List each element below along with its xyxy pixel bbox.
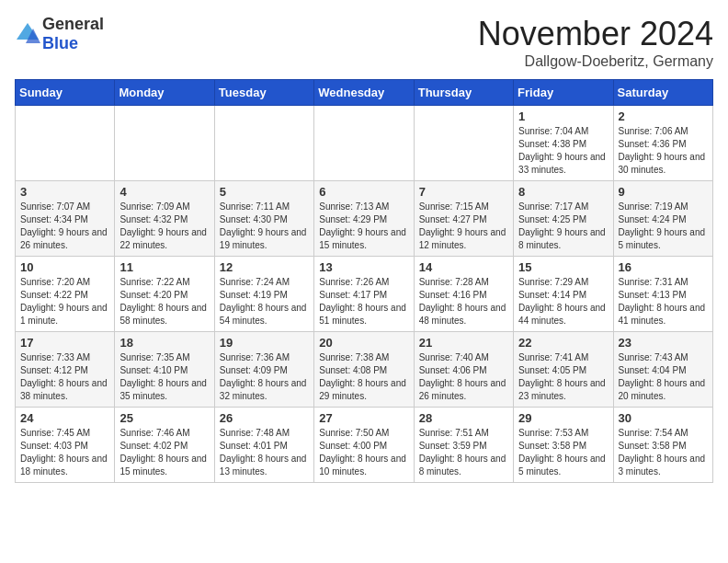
day-number: 15 [518,260,608,274]
day-number: 11 [119,260,209,274]
week-row-4: 17Sunrise: 7:33 AM Sunset: 4:12 PM Dayli… [16,332,713,408]
day-number: 25 [119,411,209,425]
day-info: Sunrise: 7:06 AM Sunset: 4:36 PM Dayligh… [619,125,708,177]
calendar-cell: 29Sunrise: 7:53 AM Sunset: 3:58 PM Dayli… [514,408,613,483]
day-number: 12 [220,260,309,274]
weekday-header-sunday: Sunday [16,80,115,106]
calendar-cell: 6Sunrise: 7:13 AM Sunset: 4:29 PM Daylig… [314,181,414,257]
day-number: 1 [518,109,608,123]
day-number: 16 [619,260,708,274]
calendar-cell: 20Sunrise: 7:38 AM Sunset: 4:08 PM Dayli… [314,332,414,408]
day-number: 5 [220,185,309,199]
location: Dallgow-Doeberitz, Germany [478,53,713,70]
logo-icon [15,21,40,47]
calendar-cell: 4Sunrise: 7:09 AM Sunset: 4:32 PM Daylig… [115,181,214,257]
calendar-cell [314,106,414,181]
calendar-cell: 19Sunrise: 7:36 AM Sunset: 4:09 PM Dayli… [214,332,313,408]
day-number: 30 [619,411,708,425]
day-number: 3 [20,185,109,199]
day-number: 10 [20,260,109,274]
day-info: Sunrise: 7:45 AM Sunset: 4:03 PM Dayligh… [20,427,109,478]
calendar-cell: 17Sunrise: 7:33 AM Sunset: 4:12 PM Dayli… [16,332,115,408]
calendar-cell: 5Sunrise: 7:11 AM Sunset: 4:30 PM Daylig… [214,181,313,257]
calendar-cell [214,106,313,181]
day-number: 24 [20,411,109,425]
day-info: Sunrise: 7:09 AM Sunset: 4:32 PM Dayligh… [119,201,209,252]
weekday-header-saturday: Saturday [613,80,712,106]
calendar-cell: 1Sunrise: 7:04 AM Sunset: 4:38 PM Daylig… [514,106,613,181]
week-row-1: 1Sunrise: 7:04 AM Sunset: 4:38 PM Daylig… [16,106,713,181]
day-number: 7 [419,185,508,199]
calendar-cell: 13Sunrise: 7:26 AM Sunset: 4:17 PM Dayli… [314,257,414,332]
day-number: 26 [220,411,309,425]
calendar-cell: 10Sunrise: 7:20 AM Sunset: 4:22 PM Dayli… [16,257,115,332]
calendar-table: SundayMondayTuesdayWednesdayThursdayFrid… [15,79,713,483]
calendar-cell: 27Sunrise: 7:50 AM Sunset: 4:00 PM Dayli… [314,408,414,483]
day-number: 27 [319,411,408,425]
day-info: Sunrise: 7:31 AM Sunset: 4:13 PM Dayligh… [619,276,708,327]
weekday-header-tuesday: Tuesday [214,80,313,106]
day-info: Sunrise: 7:04 AM Sunset: 4:38 PM Dayligh… [518,125,608,177]
day-number: 20 [319,336,408,350]
day-info: Sunrise: 7:22 AM Sunset: 4:20 PM Dayligh… [119,276,209,327]
calendar-cell: 3Sunrise: 7:07 AM Sunset: 4:34 PM Daylig… [16,181,115,257]
calendar-cell [414,106,513,181]
calendar-cell: 21Sunrise: 7:40 AM Sunset: 4:06 PM Dayli… [414,332,513,408]
logo-text: General Blue [42,15,104,53]
day-number: 21 [419,336,508,350]
day-number: 29 [518,411,608,425]
calendar-cell: 7Sunrise: 7:15 AM Sunset: 4:27 PM Daylig… [414,181,513,257]
calendar-cell: 25Sunrise: 7:46 AM Sunset: 4:02 PM Dayli… [115,408,214,483]
day-info: Sunrise: 7:40 AM Sunset: 4:06 PM Dayligh… [419,351,508,403]
month-title: November 2024 [478,15,713,53]
calendar-cell: 26Sunrise: 7:48 AM Sunset: 4:01 PM Dayli… [214,408,313,483]
calendar-cell: 15Sunrise: 7:29 AM Sunset: 4:14 PM Dayli… [514,257,613,332]
day-number: 9 [619,185,708,199]
day-info: Sunrise: 7:13 AM Sunset: 4:29 PM Dayligh… [319,201,408,252]
day-number: 8 [518,185,608,199]
day-info: Sunrise: 7:11 AM Sunset: 4:30 PM Dayligh… [220,201,309,252]
logo-blue: Blue [42,34,78,52]
day-info: Sunrise: 7:20 AM Sunset: 4:22 PM Dayligh… [20,276,109,327]
day-info: Sunrise: 7:26 AM Sunset: 4:17 PM Dayligh… [319,276,408,327]
day-info: Sunrise: 7:41 AM Sunset: 4:05 PM Dayligh… [518,351,608,403]
day-info: Sunrise: 7:50 AM Sunset: 4:00 PM Dayligh… [319,427,408,478]
calendar-cell: 16Sunrise: 7:31 AM Sunset: 4:13 PM Dayli… [613,257,712,332]
day-number: 22 [518,336,608,350]
day-number: 19 [220,336,309,350]
day-number: 4 [119,185,209,199]
calendar-cell: 23Sunrise: 7:43 AM Sunset: 4:04 PM Dayli… [613,332,712,408]
day-info: Sunrise: 7:53 AM Sunset: 3:58 PM Dayligh… [518,427,608,478]
calendar-cell [115,106,214,181]
page-header: General Blue November 2024 Dallgow-Doebe… [15,15,713,70]
calendar-cell: 30Sunrise: 7:54 AM Sunset: 3:58 PM Dayli… [613,408,712,483]
calendar-cell: 2Sunrise: 7:06 AM Sunset: 4:36 PM Daylig… [613,106,712,181]
day-info: Sunrise: 7:54 AM Sunset: 3:58 PM Dayligh… [619,427,708,478]
day-info: Sunrise: 7:36 AM Sunset: 4:09 PM Dayligh… [220,351,309,403]
week-row-5: 24Sunrise: 7:45 AM Sunset: 4:03 PM Dayli… [16,408,713,483]
weekday-header-monday: Monday [115,80,214,106]
week-row-3: 10Sunrise: 7:20 AM Sunset: 4:22 PM Dayli… [16,257,713,332]
week-row-2: 3Sunrise: 7:07 AM Sunset: 4:34 PM Daylig… [16,181,713,257]
day-number: 18 [119,336,209,350]
calendar-cell: 28Sunrise: 7:51 AM Sunset: 3:59 PM Dayli… [414,408,513,483]
day-number: 17 [20,336,109,350]
day-number: 13 [319,260,408,274]
day-number: 6 [319,185,408,199]
day-info: Sunrise: 7:35 AM Sunset: 4:10 PM Dayligh… [119,351,209,403]
day-info: Sunrise: 7:51 AM Sunset: 3:59 PM Dayligh… [419,427,508,478]
calendar-cell: 18Sunrise: 7:35 AM Sunset: 4:10 PM Dayli… [115,332,214,408]
day-info: Sunrise: 7:07 AM Sunset: 4:34 PM Dayligh… [20,201,109,252]
weekday-header-wednesday: Wednesday [314,80,414,106]
day-number: 14 [419,260,508,274]
day-number: 23 [619,336,708,350]
weekday-header-friday: Friday [514,80,613,106]
calendar-cell: 14Sunrise: 7:28 AM Sunset: 4:16 PM Dayli… [414,257,513,332]
day-info: Sunrise: 7:38 AM Sunset: 4:08 PM Dayligh… [319,351,408,403]
title-block: November 2024 Dallgow-Doeberitz, Germany [478,15,713,70]
day-number: 28 [419,411,508,425]
calendar-cell: 9Sunrise: 7:19 AM Sunset: 4:24 PM Daylig… [613,181,712,257]
day-info: Sunrise: 7:28 AM Sunset: 4:16 PM Dayligh… [419,276,508,327]
calendar-cell: 24Sunrise: 7:45 AM Sunset: 4:03 PM Dayli… [16,408,115,483]
calendar-cell: 22Sunrise: 7:41 AM Sunset: 4:05 PM Dayli… [514,332,613,408]
